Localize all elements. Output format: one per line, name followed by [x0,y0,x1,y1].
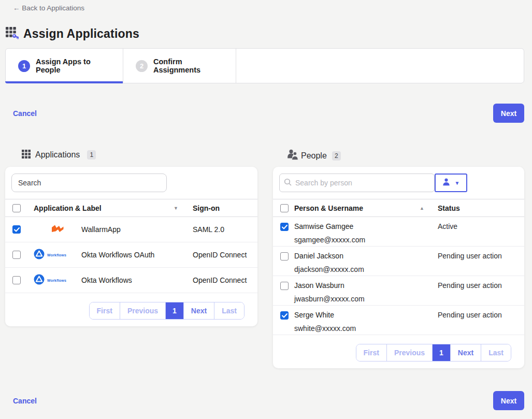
applications-search-area [5,167,257,199]
person-name: Daniel Jackson [294,251,364,261]
wallarm-logo [51,224,65,235]
workflows-logo-text: Workflows [47,253,66,257]
next-button-bottom[interactable]: Next [493,391,524,410]
person-username: djackson@xxxxx.com [294,265,364,273]
page-first-button[interactable]: First [90,302,120,319]
people-pagination: First Previous 1 Next Last [273,335,524,362]
people-section-head: People 2 [286,149,341,162]
column-signon: Sign-on [193,204,220,212]
select-all-people-checkbox[interactable] [280,204,289,212]
page-first-button[interactable]: First [356,344,386,361]
okta-workflows-logo [34,249,45,262]
page-previous-button[interactable]: Previous [120,302,165,319]
back-to-applications-link[interactable]: ← Back to Applications [13,4,84,12]
person-status: Pending user action [438,311,502,319]
app-signon: SAML 2.0 [193,225,224,234]
table-row-serge-white[interactable]: Serge White swhite@xxxxx.com Pending use… [273,306,524,335]
app-name: WallarmApp [81,225,121,234]
applications-panel: Application & Label ▼ Sign-on WallarmApp… [5,167,257,326]
page-previous-button[interactable]: Previous [386,344,432,361]
table-row-okta-workflows-oauth[interactable]: Workflows Okta Workflows OAuth OpenID Co… [5,242,257,268]
row-checkbox[interactable] [280,311,289,320]
person-status: Pending user action [438,252,502,260]
tab-confirm-assignments[interactable]: 2 Confirm Assignments [123,49,236,83]
people-section-title: People [301,151,327,161]
step-1-badge: 1 [18,60,30,72]
applications-count-badge: 1 [87,150,96,160]
table-row-okta-workflows[interactable]: Workflows Okta Workflows OpenID Connect [5,268,257,293]
row-checkbox[interactable] [280,282,289,290]
cancel-link-bottom[interactable]: Cancel [13,397,37,405]
person-status: Active [438,222,457,230]
page-last-button[interactable]: Last [214,302,244,319]
row-checkbox[interactable] [12,276,21,284]
table-row-wallarmapp[interactable]: WallarmApp SAML 2.0 [5,217,257,242]
table-row-jason-wasburn[interactable]: Jason Wasburn jwasburn@xxxxx.com Pending… [273,276,524,306]
select-all-apps-checkbox[interactable] [12,204,21,212]
page-current-button[interactable]: 1 [165,302,183,319]
row-checkbox[interactable] [280,252,289,261]
people-search-input[interactable] [279,174,435,192]
step-2-badge: 2 [136,60,148,72]
person-name: Jason Wasburn [294,280,365,291]
tab-label: Confirm Assignments [153,57,223,74]
app-name: Okta Workflows OAuth [81,251,154,259]
applications-table-header: Application & Label ▼ Sign-on [5,199,257,217]
search-icon [284,178,292,189]
row-checkbox[interactable] [12,225,21,234]
key-icon [12,34,19,39]
people-count-badge: 2 [332,151,341,161]
assign-applications-icon [5,26,19,41]
app-signon: OpenID Connect [193,276,247,284]
person-status: Pending user action [438,281,502,290]
cancel-link-top[interactable]: Cancel [13,109,37,118]
column-status: Status [438,204,460,212]
chevron-down-icon: ▼ [455,180,460,186]
tab-assign-apps-to-people[interactable]: 1 Assign Apps to People [6,49,123,83]
table-row-samwise-gamgee[interactable]: Samwise Gamgee sgamgee@xxxxx.com Active [273,217,524,247]
people-icon [286,149,299,162]
people-search-area: ▼ [273,167,524,199]
person-name: Samwise Gamgee [294,221,365,232]
people-table-header: Person & Username ▲ Status [273,199,524,217]
applications-section-head: Applications 1 [22,149,96,161]
page-next-button[interactable]: Next [450,344,481,361]
column-application-label[interactable]: Application & Label [34,204,102,212]
row-checkbox[interactable] [280,223,289,231]
applications-pagination: First Previous 1 Next Last [5,293,257,320]
page-next-button[interactable]: Next [183,302,214,319]
person-filter-dropdown[interactable]: ▼ [435,174,467,192]
applications-search-input[interactable] [11,174,167,192]
person-icon [442,178,450,188]
app-signon: OpenID Connect [193,251,247,259]
applications-section-title: Applications [35,150,80,160]
okta-workflows-logo [34,274,45,287]
person-name: Serge White [294,310,356,320]
wizard-tabbar: 1 Assign Apps to People 2 Confirm Assign… [5,48,524,83]
app-name: Okta Workflows [81,276,132,284]
sort-asc-icon[interactable]: ▲ [420,206,424,211]
page-title-row: Assign Applications [5,26,139,41]
row-checkbox[interactable] [12,251,21,259]
sort-desc-icon[interactable]: ▼ [174,206,178,211]
workflows-logo-text: Workflows [47,279,66,282]
person-username: swhite@xxxxx.com [294,324,356,333]
person-username: jwasburn@xxxxx.com [294,295,365,303]
person-username: sgamgee@xxxxx.com [294,236,365,244]
next-button-top[interactable]: Next [493,104,524,123]
page-last-button[interactable]: Last [481,344,511,361]
table-row-daniel-jackson[interactable]: Daniel Jackson djackson@xxxxx.com Pendin… [273,247,524,276]
column-person-username[interactable]: Person & Username [294,204,363,212]
page-title: Assign Applications [23,27,139,41]
applications-grid-icon [22,149,31,161]
people-panel: ▼ Person & Username ▲ Status Samwise Gam… [273,167,524,368]
tab-label: Assign Apps to People [36,57,110,74]
page-current-button[interactable]: 1 [432,344,450,361]
